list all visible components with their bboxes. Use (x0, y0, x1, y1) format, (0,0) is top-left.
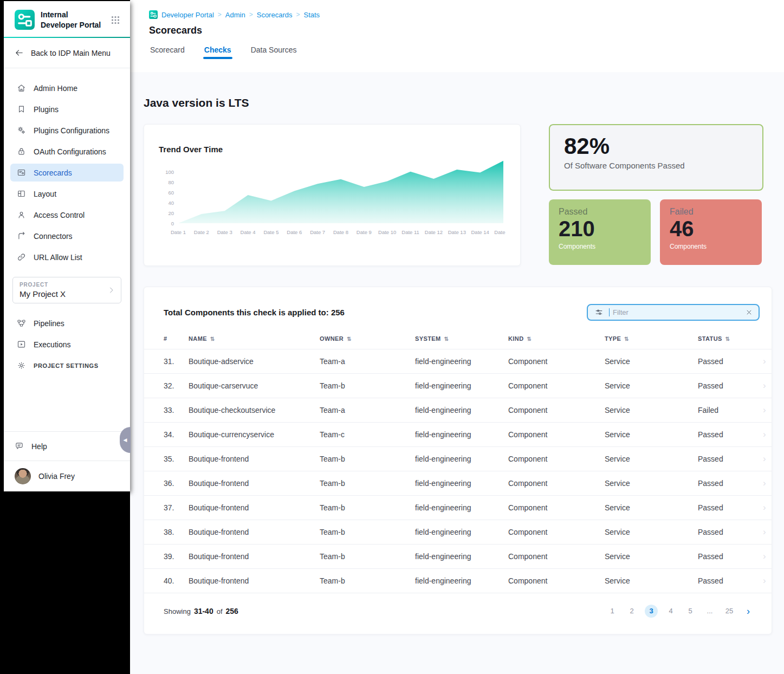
breadcrumb-separator: > (249, 11, 253, 18)
sidebar-nav-item[interactable]: Layout (10, 185, 124, 203)
cell-system: field-engineering (415, 528, 508, 536)
pagination: Showing 31-40 of 256 1 2 (144, 593, 772, 618)
cell-owner: Team-b (320, 381, 415, 390)
column-header[interactable]: SYSTEM ⇅ (415, 335, 508, 342)
sidebar-nav-label: Connectors (34, 232, 73, 241)
table-row[interactable]: 40. Boutique-frontend Team-b field-engin… (144, 568, 772, 593)
page-button[interactable]: 3 (645, 605, 658, 618)
next-page-button[interactable]: › (747, 606, 750, 617)
table-row[interactable]: 33. Boutique-checkoutservice Team-a fiel… (144, 398, 772, 422)
sidebar-nav-label: Plugins (34, 105, 59, 114)
cell-kind: Component (508, 576, 605, 585)
table-header-row: # NAME ⇅ OWNER ⇅ SYSTEM (144, 321, 772, 349)
tab[interactable]: Checks (204, 46, 231, 59)
cell-name: Boutique-frontend (189, 479, 320, 488)
failed-value: 46 (670, 217, 752, 240)
table-row[interactable]: 31. Boutique-adservice Team-a field-engi… (144, 349, 772, 373)
cell-status: Passed (698, 430, 763, 439)
main-area: Developer Portal > Admin > Scorecards > … (130, 0, 784, 674)
page-number: 25 (725, 607, 733, 615)
cell-owner: Team-b (320, 552, 415, 561)
breadcrumb-link[interactable]: Stats (303, 11, 320, 19)
sort-icon[interactable]: ⇅ (527, 336, 532, 342)
tab[interactable]: Scorecard (150, 46, 185, 59)
column-header[interactable]: OWNER ⇅ (320, 335, 415, 342)
svg-text:40: 40 (168, 200, 174, 206)
cell-name: Boutique-frontend (189, 528, 320, 536)
sidebar-nav-item[interactable]: Access Control (10, 206, 124, 224)
project-nav-item[interactable]: Pipelines (10, 314, 124, 332)
column-header[interactable]: # (164, 335, 189, 342)
passed-label: Passed (559, 207, 641, 217)
failed-label: Failed (670, 207, 752, 217)
page-button[interactable]: 25 (723, 605, 736, 618)
sidebar-nav-item[interactable]: Connectors (10, 227, 124, 245)
filter-sliders-icon[interactable] (594, 308, 604, 317)
cell-type: Service (605, 381, 698, 390)
page-button[interactable]: 4 (664, 605, 677, 618)
help-button[interactable]: Help (4, 431, 130, 461)
cell-owner: Team-b (320, 503, 415, 512)
sidebar-nav-item[interactable]: Scorecards (10, 164, 124, 182)
cell-status: Passed (698, 479, 763, 488)
svg-text:Date 12: Date 12 (425, 229, 443, 235)
sidebar-nav-item[interactable]: OAuth Configurations (10, 142, 124, 160)
project-nav-item[interactable]: PROJECT SETTINGS (10, 357, 124, 374)
breadcrumb-link[interactable]: Developer Portal (161, 11, 214, 19)
sidebar-nav-label: Scorecards (34, 168, 72, 177)
cell-name: Boutique-frontend (189, 576, 320, 585)
back-to-main-menu[interactable]: Back to IDP Main Menu (4, 38, 130, 68)
table-row[interactable]: 38. Boutique-frontend Team-b field-engin… (144, 520, 772, 544)
sidebar-nav-item[interactable]: URL Allow List (10, 248, 124, 266)
back-label: Back to IDP Main Menu (31, 49, 111, 57)
page-header: Developer Portal > Admin > Scorecards > … (130, 0, 784, 72)
sort-icon[interactable]: ⇅ (210, 336, 215, 342)
app-switcher-icon[interactable] (109, 14, 121, 26)
table-row[interactable]: 34. Boutique-currencyservice Team-c fiel… (144, 422, 772, 446)
sidebar-nav-item[interactable]: Admin Home (10, 79, 124, 97)
page-button[interactable]: 1 (606, 605, 619, 618)
sort-icon[interactable]: ⇅ (347, 336, 352, 342)
sort-icon[interactable]: ⇅ (725, 336, 730, 342)
page-button[interactable]: 2 (625, 605, 638, 618)
project-selector[interactable]: PROJECT My Project X (12, 277, 121, 303)
column-header[interactable]: KIND ⇅ (508, 335, 605, 342)
sort-icon[interactable]: ⇅ (444, 336, 449, 342)
table-row[interactable]: 36. Boutique-frontend Team-b field-engin… (144, 471, 772, 495)
close-icon[interactable] (745, 308, 753, 316)
tab[interactable]: Data Sources (251, 46, 297, 59)
user-profile[interactable]: Olivia Frey (4, 461, 130, 491)
cell-status: Passed (698, 503, 763, 512)
column-header[interactable]: STATUS ⇅ (698, 335, 763, 342)
column-header[interactable]: TYPE ⇅ (605, 335, 698, 342)
cell-type: Service (605, 406, 698, 414)
cell-name: Boutique-checkoutservice (189, 406, 320, 414)
breadcrumb-link[interactable]: Scorecards (257, 11, 293, 19)
sort-icon[interactable]: ⇅ (624, 336, 629, 342)
sidebar-nav-label: Access Control (34, 211, 85, 219)
svg-text:Date 3: Date 3 (217, 229, 232, 235)
cell-number: 37. (164, 503, 189, 512)
filter-input[interactable] (612, 308, 740, 317)
table-row[interactable]: 39. Boutique-frontend Team-b field-engin… (144, 544, 772, 568)
sidebar-nav-item[interactable]: Plugins Configurations (10, 121, 124, 139)
breadcrumb-link[interactable]: Admin (225, 11, 245, 19)
sidebar-nav-item[interactable]: Plugins (10, 100, 124, 118)
table-row[interactable]: 37. Boutique-frontend Team-b field-engin… (144, 495, 772, 520)
column-header[interactable]: NAME ⇅ (189, 335, 320, 342)
sidebar-nav: Admin Home Plugins Plugins Configuration… (4, 68, 130, 271)
cell-type: Service (605, 576, 698, 585)
breadcrumb-logo-icon (149, 10, 158, 19)
row-chevron-icon: › (763, 527, 766, 537)
svg-text:Date 6: Date 6 (287, 229, 302, 235)
project-nav-item[interactable]: Executions (10, 335, 124, 353)
page-number: 1 (610, 607, 614, 615)
cell-system: field-engineering (415, 479, 508, 488)
page-button[interactable]: 5 (684, 605, 697, 618)
table-row[interactable]: 32. Boutique-carservuce Team-b field-eng… (144, 373, 772, 398)
cell-owner: Team-b (320, 479, 415, 488)
cell-number: 36. (164, 479, 189, 488)
sidebar-nav-label: URL Allow List (34, 253, 82, 262)
page-button[interactable]: ... (703, 605, 716, 618)
table-row[interactable]: 35. Boutique-frontend Team-b field-engin… (144, 446, 772, 471)
